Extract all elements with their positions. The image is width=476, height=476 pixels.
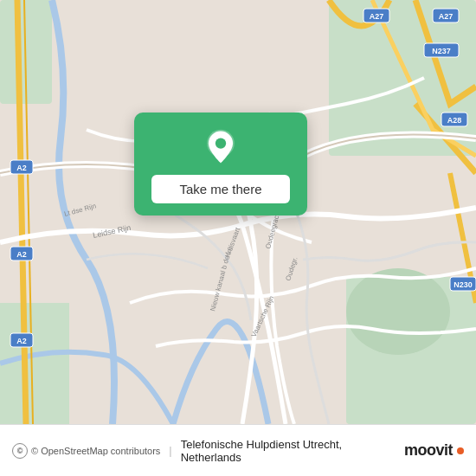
moovit-dot bbox=[457, 447, 464, 454]
svg-point-31 bbox=[215, 138, 226, 148]
svg-text:N237: N237 bbox=[432, 47, 451, 55]
svg-point-4 bbox=[346, 268, 450, 355]
location-pin-icon bbox=[202, 128, 240, 166]
moovit-logo: moovit bbox=[404, 441, 464, 460]
osm-icon: © bbox=[12, 443, 28, 459]
svg-text:A27: A27 bbox=[370, 12, 384, 21]
osm-attribution: © © OpenStreetMap contributors bbox=[12, 443, 160, 459]
separator: | bbox=[169, 444, 171, 457]
svg-text:A2: A2 bbox=[16, 337, 27, 345]
moovit-text: moovit bbox=[404, 441, 453, 460]
svg-text:N230: N230 bbox=[453, 280, 473, 289]
osm-label: © OpenStreetMap contributors bbox=[31, 446, 160, 456]
svg-text:A27: A27 bbox=[439, 12, 453, 21]
svg-text:A28: A28 bbox=[447, 116, 462, 125]
take-me-there-button[interactable]: Take me there bbox=[151, 175, 290, 203]
location-title: Telefonische Hulpdienst Utrecht, Netherl… bbox=[181, 438, 396, 464]
map-container[interactable]: A2 A2 A2 A27 A27 A28 N237 N230 Leidse Ri… bbox=[0, 0, 476, 424]
svg-text:A2: A2 bbox=[16, 250, 27, 259]
bottom-bar: © © OpenStreetMap contributors | Telefon… bbox=[0, 424, 476, 476]
popup-card: Take me there bbox=[134, 113, 307, 215]
svg-text:A2: A2 bbox=[16, 164, 27, 172]
svg-rect-5 bbox=[0, 303, 69, 424]
